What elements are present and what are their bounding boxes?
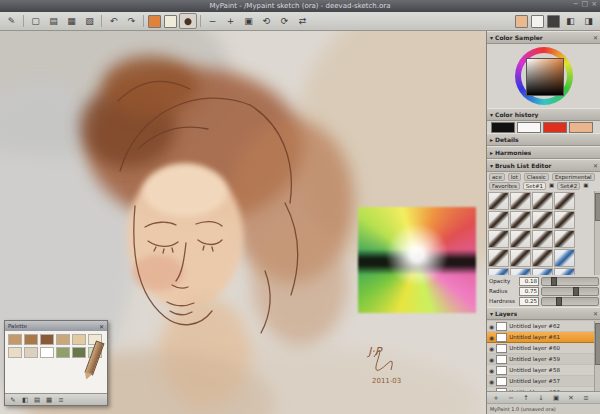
palette-swatch[interactable] [40,334,54,345]
lower-layer-icon[interactable]: ↓ [534,393,548,403]
history-swatch[interactable] [517,122,541,133]
palette-swatch[interactable] [24,347,38,358]
secondary-color-swatch[interactable] [164,15,177,28]
brush-thumbnail[interactable] [488,211,509,229]
eye-icon[interactable]: ◉ [489,323,494,330]
brush-thumbnail[interactable] [554,230,575,248]
brush-group-tab[interactable]: Favorites [489,182,520,190]
layer-menu-icon[interactable]: ≡ [579,393,593,403]
slider-thumb[interactable] [573,287,579,296]
eye-icon[interactable]: ◉ [489,334,494,341]
palette-swatch[interactable] [72,347,86,358]
delete-layer-icon[interactable]: ✕ [564,393,578,403]
close-icon[interactable]: ✕ [593,310,598,317]
brush-thumbnail[interactable] [510,211,531,229]
brush-group-tab[interactable]: ace [489,173,505,181]
history-color-swatch-white[interactable] [531,15,544,28]
hardness-slider[interactable] [541,297,599,306]
set-icon[interactable]: ▣ [583,182,588,190]
remove-layer-icon[interactable]: − [504,393,518,403]
brush-group-tab[interactable]: Classic [524,173,549,181]
history-swatch[interactable] [543,122,567,133]
history-swatch[interactable] [569,122,593,133]
layer-row[interactable]: ◉ Untitled layer #59 [487,354,594,365]
slider-thumb[interactable] [556,297,562,306]
primary-color-swatch[interactable] [148,15,161,28]
radius-slider[interactable] [541,287,599,296]
palette-open-icon[interactable]: ▤ [32,396,42,404]
opacity-slider[interactable] [541,277,599,286]
palette-save-icon[interactable]: ▦ [44,396,54,404]
radius-value[interactable]: 0.75 [519,287,539,296]
brush-thumbnail[interactable] [554,249,575,267]
brush-thumbnail[interactable] [488,268,509,275]
hardness-value[interactable]: 0.25 [519,297,539,306]
brush-thumbnail[interactable] [510,230,531,248]
brush-set-tab[interactable]: Set#1 [523,182,546,190]
palette-swatch[interactable] [56,334,70,345]
eye-icon[interactable]: ◉ [489,356,494,363]
palette-menu-icon[interactable]: ≡ [56,396,66,404]
save-icon[interactable]: ▦ [63,13,80,29]
layers-scrollbar[interactable] [594,321,600,391]
eye-icon[interactable]: ◉ [489,378,494,385]
brush-thumbnail[interactable] [554,268,575,275]
history-color-swatch-tan[interactable] [515,15,528,28]
maximize-button[interactable]: □ [582,0,589,8]
brush-set-tab[interactable]: Set#2 [557,182,580,190]
color-history-header[interactable]: ▾ Color history [487,108,600,121]
brush-thumbnail[interactable] [510,268,531,275]
palette-window-titlebar[interactable]: Palette ✕ [5,321,107,331]
eye-icon[interactable]: ◉ [489,367,494,374]
scratchpad-icon[interactable]: ✎ [3,13,20,29]
palette-pencil-icon[interactable]: ✎ [8,396,18,404]
scrollbar-thumb[interactable] [595,193,600,221]
history-color-swatch-dark[interactable] [547,15,560,28]
brush-thumbnail[interactable] [510,249,531,267]
eye-icon[interactable]: ◉ [489,345,494,352]
close-icon[interactable]: ✕ [593,34,598,41]
brush-thumbnail[interactable] [488,230,509,248]
raise-layer-icon[interactable]: ↑ [519,393,533,403]
palette-window[interactable]: Palette ✕ [4,320,108,406]
palette-fill-icon[interactable]: ◧ [20,396,30,404]
layer-row[interactable]: ◉ Untitled layer #62 [487,321,594,332]
brush-selector-button[interactable] [179,13,197,29]
set-icon[interactable]: ▣ [549,182,554,190]
details-header[interactable]: ▸ Details [487,133,600,146]
toggle-right-panel-icon[interactable]: ◨ [580,13,597,29]
close-icon[interactable]: ✕ [99,323,104,330]
palette-swatch[interactable] [8,334,22,345]
layer-row[interactable]: ◉ Untitled layer #58 [487,365,594,376]
layer-row-selected[interactable]: ◉ Untitled layer #61 [487,332,594,343]
history-swatch[interactable] [491,122,515,133]
duplicate-layer-icon[interactable]: ▣ [549,393,563,403]
brush-thumbnail[interactable] [554,192,575,210]
brush-thumbnail[interactable] [532,230,553,248]
brush-thumbnail[interactable] [510,192,531,210]
zoom-in-icon[interactable]: + [222,13,239,29]
opacity-value[interactable]: 0.18 [519,277,539,286]
toggle-left-panel-icon[interactable]: ◧ [562,13,579,29]
palette-swatch[interactable] [72,334,86,345]
close-button[interactable]: × [591,0,597,8]
color-sampler-header[interactable]: ▾ Color Sampler ✕ [487,31,600,44]
palette-swatch[interactable] [24,334,38,345]
zoom-fit-icon[interactable]: ▣ [240,13,257,29]
layer-row[interactable]: ◉ Untitled layer #57 [487,376,594,387]
brush-group-tab[interactable]: Experimental [552,173,595,181]
layers-header[interactable]: ▾ Layers ✕ [487,307,600,320]
undo-icon[interactable]: ↶ [105,13,122,29]
painting-canvas[interactable]: J·P 2011-03 Palette ✕ [0,31,486,414]
harmonies-header[interactable]: ▸ Harmonies [487,146,600,159]
brush-group-tab[interactable]: lot [508,173,521,181]
brush-thumbnail[interactable] [532,249,553,267]
brush-thumbnail[interactable] [532,268,553,275]
scrollbar-thumb[interactable] [595,323,600,365]
rotate-ccw-icon[interactable]: ⟲ [258,13,275,29]
palette-swatch[interactable] [8,347,22,358]
rotate-cw-icon[interactable]: ⟳ [276,13,293,29]
titlebar[interactable]: MyPaint - /Mypaint sketch (ora) - deevad… [0,0,600,12]
open-file-icon[interactable]: ▤ [45,13,62,29]
palette-swatch[interactable] [40,347,54,358]
